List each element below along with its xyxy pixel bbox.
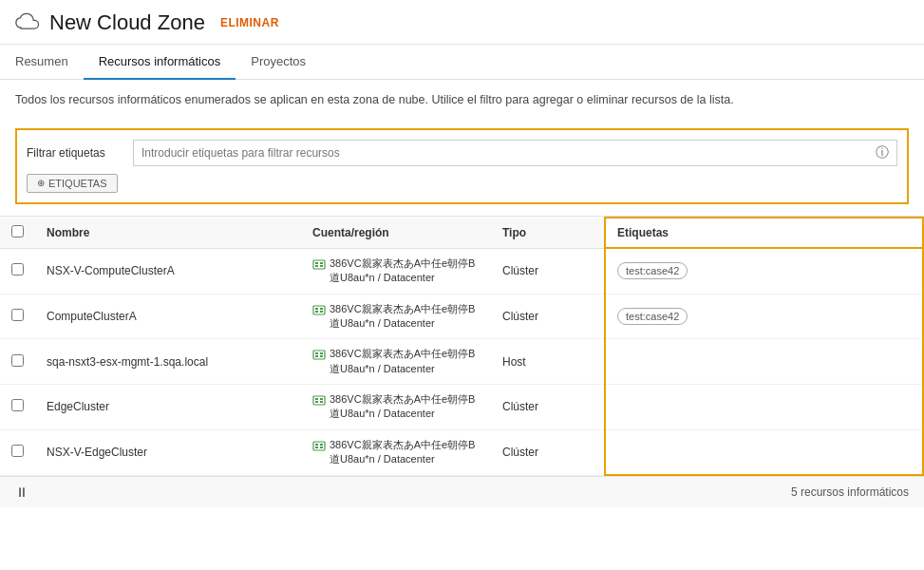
svg-rect-3 (315, 265, 318, 267)
filter-section: Filtrar etiquetas ⓘ ⊕ ETIQUETAS (15, 128, 909, 204)
row-tags (605, 385, 923, 430)
resources-table-wrapper: Nombre Cuenta/región Tipo Etiquetas NSX-… (0, 216, 924, 476)
page-title: New Cloud Zone (49, 10, 205, 35)
row-account: 386VC親家表杰あА中任e朝停B道U8au*n / Datacenter (301, 248, 491, 294)
svg-rect-14 (320, 355, 323, 357)
row-checkbox[interactable] (11, 263, 24, 276)
row-checkbox[interactable] (11, 445, 24, 457)
filter-input-wrapper: ⓘ (133, 140, 897, 166)
svg-rect-6 (315, 308, 318, 310)
header-name: Nombre (35, 218, 301, 249)
row-tags: test:case42 (605, 248, 923, 294)
select-all-checkbox[interactable] (11, 225, 24, 238)
row-name: ComputeClusterA (35, 294, 301, 339)
eliminar-button[interactable]: ELIMINAR (220, 16, 279, 29)
table-row: EdgeCluster386VC親家表杰あА中任e朝停B道U8au*n / Da… (0, 385, 923, 430)
svg-rect-11 (315, 352, 318, 354)
svg-rect-16 (315, 398, 318, 400)
table-row: NSX-V-ComputeClusterA386VC親家表杰あА中任e朝停B道U… (0, 248, 923, 294)
account-text: 386VC親家表杰あА中任e朝停B道U8au*n / Datacenter (330, 392, 480, 422)
row-checkbox-cell (0, 248, 35, 294)
account-text: 386VC親家表杰あА中任e朝停B道U8au*n / Datacenter (330, 256, 480, 286)
cloud-icon (15, 10, 42, 36)
pause-icon: ⏸ (15, 484, 28, 500)
svg-rect-15 (313, 396, 325, 405)
account-text: 386VC親家表杰あА中任e朝停B道U8au*n / Datacenter (330, 302, 480, 332)
svg-rect-4 (320, 265, 323, 267)
row-name: sqa-nsxt3-esx-mgmt-1.sqa.local (35, 339, 301, 385)
tag-icon: ⊕ (37, 178, 45, 188)
datacenter-icon (312, 393, 326, 409)
description-text: Todos los recursos informáticos enumerad… (0, 80, 924, 121)
page-header: New Cloud Zone ELIMINAR (0, 0, 924, 45)
row-checkbox-cell (0, 429, 35, 475)
row-account: 386VC親家表杰あА中任e朝停B道U8au*n / Datacenter (301, 429, 491, 475)
svg-rect-23 (315, 446, 318, 448)
row-account: 386VC親家表杰あА中任e朝停B道U8au*n / Datacenter (301, 294, 491, 339)
filter-input[interactable] (141, 146, 876, 160)
tab-proyectos[interactable]: Proyectos (236, 45, 321, 80)
row-type: Clúster (491, 248, 605, 294)
filter-label: Filtrar etiquetas (27, 146, 122, 160)
svg-rect-21 (315, 444, 318, 446)
header-account: Cuenta/región (301, 218, 491, 249)
svg-rect-1 (315, 262, 318, 264)
datacenter-icon (312, 348, 326, 364)
svg-rect-2 (320, 262, 323, 264)
tab-bar: Resumen Recursos informáticos Proyectos (0, 45, 924, 80)
svg-rect-19 (320, 401, 323, 403)
svg-rect-9 (320, 311, 323, 313)
row-checkbox-cell (0, 339, 35, 385)
svg-rect-13 (315, 355, 318, 357)
svg-rect-17 (320, 398, 323, 400)
datacenter-icon (312, 439, 326, 455)
table-row: sqa-nsxt3-esx-mgmt-1.sqa.local386VC親家表杰あ… (0, 339, 923, 385)
row-tags: test:case42 (605, 294, 923, 339)
row-checkbox[interactable] (11, 354, 24, 367)
etiquetas-button[interactable]: ⊕ ETIQUETAS (27, 174, 118, 193)
row-name: NSX-V-ComputeClusterA (35, 248, 301, 294)
footer-left: ⏸ (15, 484, 28, 500)
header-tags: Etiquetas (605, 218, 923, 249)
svg-rect-18 (315, 401, 318, 403)
svg-rect-24 (320, 446, 323, 448)
svg-rect-7 (320, 308, 323, 310)
account-text: 386VC親家表杰あА中任e朝停B道U8au*n / Datacenter (330, 347, 480, 376)
svg-rect-8 (315, 311, 318, 313)
datacenter-icon (312, 303, 326, 319)
etiquetas-label: ETIQUETAS (48, 178, 107, 189)
row-checkbox-cell (0, 294, 35, 339)
table-row: NSX-V-EdgeCluster386VC親家表杰あА中任e朝停B道U8au*… (0, 429, 923, 475)
info-icon[interactable]: ⓘ (876, 144, 889, 162)
tab-recursos[interactable]: Recursos informáticos (84, 45, 236, 80)
header-type: Tipo (491, 218, 605, 249)
svg-rect-20 (313, 442, 325, 450)
table-header-row: Nombre Cuenta/región Tipo Etiquetas (0, 218, 923, 249)
filter-buttons: ⊕ ETIQUETAS (27, 174, 897, 193)
row-checkbox[interactable] (11, 309, 24, 321)
row-type: Clúster (491, 385, 605, 430)
svg-rect-22 (320, 444, 323, 446)
footer-count: 5 recursos informáticos (791, 485, 909, 499)
row-name: NSX-V-EdgeCluster (35, 429, 301, 475)
table-footer: ⏸ 5 recursos informáticos (0, 476, 924, 507)
row-name: EdgeCluster (35, 385, 301, 430)
tag-badge: test:case42 (617, 262, 688, 279)
row-account: 386VC親家表杰あА中任e朝停B道U8au*n / Datacenter (301, 385, 491, 430)
svg-rect-12 (320, 352, 323, 354)
row-account: 386VC親家表杰あА中任e朝停B道U8au*n / Datacenter (301, 339, 491, 385)
tab-resumen[interactable]: Resumen (15, 45, 84, 80)
tag-badge: test:case42 (617, 308, 688, 325)
row-tags (605, 339, 923, 385)
svg-rect-0 (313, 260, 325, 269)
row-type: Clúster (491, 429, 605, 475)
account-text: 386VC親家表杰あА中任e朝停B道U8au*n / Datacenter (330, 438, 480, 467)
row-checkbox-cell (0, 385, 35, 430)
header-checkbox-col (0, 218, 35, 249)
row-checkbox[interactable] (11, 399, 24, 411)
resources-table: Nombre Cuenta/región Tipo Etiquetas NSX-… (0, 217, 924, 476)
table-row: ComputeClusterA386VC親家表杰あА中任e朝停B道U8au*n … (0, 294, 923, 339)
row-type: Host (491, 339, 605, 385)
svg-rect-5 (313, 306, 325, 314)
row-tags (605, 429, 923, 475)
